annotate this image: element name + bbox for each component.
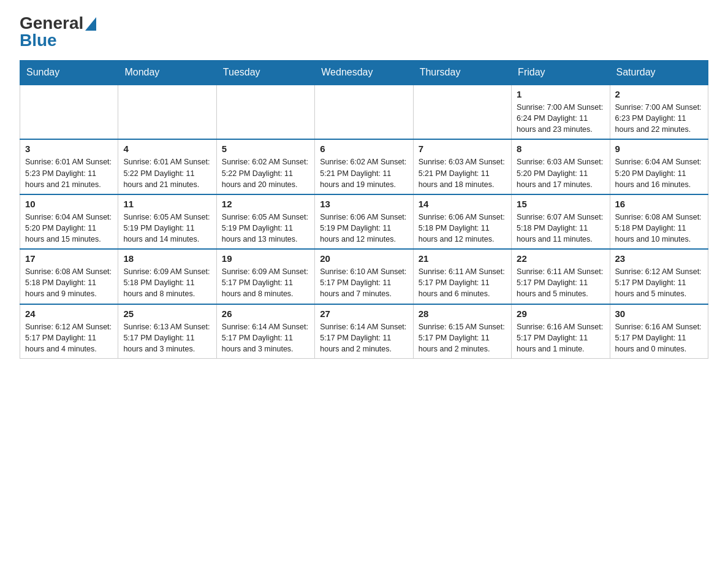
calendar-cell: 18Sunrise: 6:09 AM Sunset: 5:18 PM Dayli… xyxy=(118,249,216,304)
day-number: 21 xyxy=(419,253,506,264)
day-info: Sunrise: 6:05 AM Sunset: 5:19 PM Dayligh… xyxy=(222,212,309,245)
day-number: 27 xyxy=(320,308,408,319)
day-info: Sunrise: 6:02 AM Sunset: 5:22 PM Dayligh… xyxy=(222,156,309,190)
day-number: 11 xyxy=(123,199,211,209)
day-number: 12 xyxy=(222,199,309,209)
logo: General Blue xyxy=(20,15,96,49)
calendar-cell xyxy=(118,85,216,139)
day-info: Sunrise: 6:03 AM Sunset: 5:21 PM Dayligh… xyxy=(419,156,506,190)
calendar-header-thursday: Thursday xyxy=(413,61,511,85)
calendar-cell: 2Sunrise: 7:00 AM Sunset: 6:23 PM Daylig… xyxy=(610,85,708,139)
calendar-cell: 3Sunrise: 6:01 AM Sunset: 5:23 PM Daylig… xyxy=(20,139,118,194)
day-number: 13 xyxy=(320,199,408,209)
day-number: 9 xyxy=(615,144,703,154)
day-info: Sunrise: 6:04 AM Sunset: 5:20 PM Dayligh… xyxy=(615,156,703,190)
day-info: Sunrise: 6:12 AM Sunset: 5:17 PM Dayligh… xyxy=(25,321,113,354)
day-info: Sunrise: 6:03 AM Sunset: 5:20 PM Dayligh… xyxy=(517,156,604,190)
day-info: Sunrise: 7:00 AM Sunset: 6:23 PM Dayligh… xyxy=(615,102,703,135)
calendar-cell: 15Sunrise: 6:07 AM Sunset: 5:18 PM Dayli… xyxy=(512,194,610,249)
header: General Blue xyxy=(20,15,708,49)
calendar-cell: 16Sunrise: 6:08 AM Sunset: 5:18 PM Dayli… xyxy=(610,194,708,249)
day-number: 4 xyxy=(123,144,211,154)
day-info: Sunrise: 6:09 AM Sunset: 5:17 PM Dayligh… xyxy=(222,266,309,299)
day-info: Sunrise: 6:16 AM Sunset: 5:17 PM Dayligh… xyxy=(517,321,604,354)
day-number: 16 xyxy=(615,199,703,209)
day-number: 24 xyxy=(25,308,113,319)
day-number: 2 xyxy=(615,89,703,99)
day-number: 26 xyxy=(222,308,309,319)
day-number: 30 xyxy=(615,308,703,319)
day-number: 20 xyxy=(320,253,408,264)
day-number: 17 xyxy=(25,253,113,264)
day-info: Sunrise: 6:09 AM Sunset: 5:18 PM Dayligh… xyxy=(123,266,211,299)
calendar-cell: 25Sunrise: 6:13 AM Sunset: 5:17 PM Dayli… xyxy=(118,304,216,359)
day-number: 19 xyxy=(222,253,309,264)
day-number: 14 xyxy=(419,199,506,209)
day-number: 23 xyxy=(615,253,703,264)
calendar-cell: 30Sunrise: 6:16 AM Sunset: 5:17 PM Dayli… xyxy=(610,304,708,359)
calendar-header-friday: Friday xyxy=(512,61,610,85)
day-number: 5 xyxy=(222,144,309,154)
calendar-cell: 19Sunrise: 6:09 AM Sunset: 5:17 PM Dayli… xyxy=(216,249,314,304)
calendar-header-tuesday: Tuesday xyxy=(216,61,314,85)
calendar-cell: 13Sunrise: 6:06 AM Sunset: 5:19 PM Dayli… xyxy=(315,194,413,249)
calendar-cell: 8Sunrise: 6:03 AM Sunset: 5:20 PM Daylig… xyxy=(512,139,610,194)
logo-arrow-icon xyxy=(85,17,96,31)
calendar-cell: 9Sunrise: 6:04 AM Sunset: 5:20 PM Daylig… xyxy=(610,139,708,194)
day-info: Sunrise: 6:05 AM Sunset: 5:19 PM Dayligh… xyxy=(123,212,211,245)
logo-general-text: General xyxy=(20,15,83,32)
day-number: 3 xyxy=(25,144,113,154)
day-info: Sunrise: 6:01 AM Sunset: 5:23 PM Dayligh… xyxy=(25,156,113,190)
logo-blue-text: Blue xyxy=(20,32,57,49)
calendar-week-row: 10Sunrise: 6:04 AM Sunset: 5:20 PM Dayli… xyxy=(20,194,708,249)
calendar-cell: 26Sunrise: 6:14 AM Sunset: 5:17 PM Dayli… xyxy=(216,304,314,359)
calendar-cell: 5Sunrise: 6:02 AM Sunset: 5:22 PM Daylig… xyxy=(216,139,314,194)
calendar-cell: 27Sunrise: 6:14 AM Sunset: 5:17 PM Dayli… xyxy=(315,304,413,359)
day-info: Sunrise: 6:14 AM Sunset: 5:17 PM Dayligh… xyxy=(222,321,309,354)
calendar-cell: 17Sunrise: 6:08 AM Sunset: 5:18 PM Dayli… xyxy=(20,249,118,304)
calendar-cell: 29Sunrise: 6:16 AM Sunset: 5:17 PM Dayli… xyxy=(512,304,610,359)
calendar-cell: 20Sunrise: 6:10 AM Sunset: 5:17 PM Dayli… xyxy=(315,249,413,304)
day-info: Sunrise: 6:07 AM Sunset: 5:18 PM Dayligh… xyxy=(517,212,604,245)
calendar-cell: 10Sunrise: 6:04 AM Sunset: 5:20 PM Dayli… xyxy=(20,194,118,249)
calendar-table: SundayMondayTuesdayWednesdayThursdayFrid… xyxy=(20,60,708,359)
day-number: 1 xyxy=(517,89,604,99)
calendar-header-wednesday: Wednesday xyxy=(315,61,413,85)
calendar-cell: 6Sunrise: 6:02 AM Sunset: 5:21 PM Daylig… xyxy=(315,139,413,194)
day-info: Sunrise: 6:12 AM Sunset: 5:17 PM Dayligh… xyxy=(615,266,703,299)
day-info: Sunrise: 6:01 AM Sunset: 5:22 PM Dayligh… xyxy=(123,156,211,190)
calendar-week-row: 17Sunrise: 6:08 AM Sunset: 5:18 PM Dayli… xyxy=(20,249,708,304)
day-number: 8 xyxy=(517,144,604,154)
day-info: Sunrise: 6:08 AM Sunset: 5:18 PM Dayligh… xyxy=(25,266,113,299)
day-number: 25 xyxy=(123,308,211,319)
calendar-header-sunday: Sunday xyxy=(20,61,118,85)
day-number: 29 xyxy=(517,308,604,319)
calendar-cell: 12Sunrise: 6:05 AM Sunset: 5:19 PM Dayli… xyxy=(216,194,314,249)
day-number: 18 xyxy=(123,253,211,264)
day-info: Sunrise: 6:08 AM Sunset: 5:18 PM Dayligh… xyxy=(615,212,703,245)
calendar-cell: 7Sunrise: 6:03 AM Sunset: 5:21 PM Daylig… xyxy=(413,139,511,194)
calendar-cell xyxy=(20,85,118,139)
calendar-cell xyxy=(315,85,413,139)
day-info: Sunrise: 6:11 AM Sunset: 5:17 PM Dayligh… xyxy=(517,266,604,299)
calendar-cell: 24Sunrise: 6:12 AM Sunset: 5:17 PM Dayli… xyxy=(20,304,118,359)
day-number: 7 xyxy=(419,144,506,154)
day-info: Sunrise: 6:06 AM Sunset: 5:19 PM Dayligh… xyxy=(320,212,408,245)
calendar-cell: 28Sunrise: 6:15 AM Sunset: 5:17 PM Dayli… xyxy=(413,304,511,359)
day-number: 28 xyxy=(419,308,506,319)
calendar-header-saturday: Saturday xyxy=(610,61,708,85)
day-info: Sunrise: 6:16 AM Sunset: 5:17 PM Dayligh… xyxy=(615,321,703,354)
calendar-cell: 1Sunrise: 7:00 AM Sunset: 6:24 PM Daylig… xyxy=(512,85,610,139)
calendar-cell: 23Sunrise: 6:12 AM Sunset: 5:17 PM Dayli… xyxy=(610,249,708,304)
day-number: 6 xyxy=(320,144,408,154)
day-info: Sunrise: 6:14 AM Sunset: 5:17 PM Dayligh… xyxy=(320,321,408,354)
day-number: 10 xyxy=(25,199,113,209)
day-info: Sunrise: 6:02 AM Sunset: 5:21 PM Dayligh… xyxy=(320,156,408,190)
calendar-header-monday: Monday xyxy=(118,61,216,85)
day-info: Sunrise: 6:11 AM Sunset: 5:17 PM Dayligh… xyxy=(419,266,506,299)
calendar-week-row: 3Sunrise: 6:01 AM Sunset: 5:23 PM Daylig… xyxy=(20,139,708,194)
calendar-cell: 22Sunrise: 6:11 AM Sunset: 5:17 PM Dayli… xyxy=(512,249,610,304)
day-info: Sunrise: 6:15 AM Sunset: 5:17 PM Dayligh… xyxy=(419,321,506,354)
day-info: Sunrise: 6:06 AM Sunset: 5:18 PM Dayligh… xyxy=(419,212,506,245)
day-info: Sunrise: 7:00 AM Sunset: 6:24 PM Dayligh… xyxy=(517,102,604,135)
